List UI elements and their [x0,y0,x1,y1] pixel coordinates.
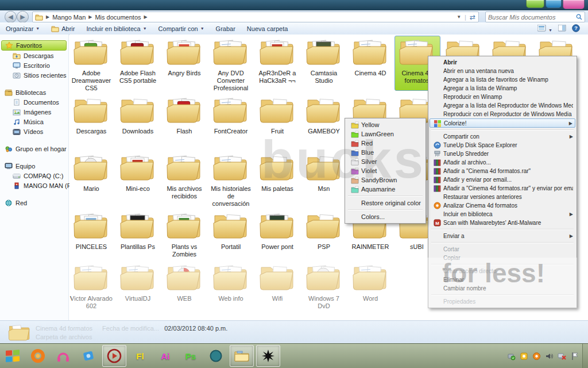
folder-item-mis-paletas[interactable]: Mis paletas [255,152,300,193]
taskbar-button-photoshop[interactable]: Ps [179,346,202,366]
menu-item-crear-acceso-directo[interactable]: Crear acceso directo [430,267,575,275]
folder-item-web[interactable]: WEB [162,262,207,302]
sidebar-item-mango-man-f-[interactable]: MANGO MAN (F:) [0,181,68,190]
sidebar-item-equipo[interactable]: Equipo [0,161,68,171]
menu-item-a-adir-y-enviar-por-email[interactable]: Añadir y enviar por email... [430,175,575,184]
taskbar-button-start[interactable] [1,346,24,366]
menu-item-reproducir-con-el-reproductor-de-windows-media[interactable]: Reproducir con el Reproductor de Windows… [430,110,575,118]
preview-pane-button[interactable] [558,25,566,33]
toolbar-button-grabar[interactable]: Grabar [210,22,241,34]
menu-item-incluir-en-biblioteca[interactable]: Incluir en biblioteca▶ [430,210,575,218]
taskbar-button-illustrator[interactable]: Ai [154,346,177,366]
folder-item-wifi[interactable]: Wifi [255,262,300,302]
show-desktop-button[interactable] [582,344,588,368]
folder-item-mario[interactable]: Mario [69,152,114,193]
toolbar-button-incluir-en-biblioteca[interactable]: Incluir en biblioteca▼ [80,22,152,34]
menu-item-a-adir-a-cinema-4d-formatos-rar-y-enviar-por-email[interactable]: Añadir a "Cinema 4d formatos.rar" y envi… [430,184,575,193]
sidebar-item-red[interactable]: Red [0,198,68,208]
folder-item-pinceles[interactable]: PINCELES [69,210,114,251]
toolbar-button-compartir-con[interactable]: Compartir con▼ [153,22,210,34]
address-bar[interactable]: ▶ Mango Man ▶ Mis documentos ▶ ▼ | ⇄ [32,12,479,22]
sidebar-item-sitios-recientes[interactable]: Sitios recientes [0,70,68,80]
folder-item-downloads[interactable]: Downloads [115,95,160,135]
back-button[interactable]: ◀ [5,11,17,23]
folder-item-victor-alvarado-602[interactable]: Victor Alvarado 602 [69,262,114,310]
taskbar-button-explorer[interactable] [230,345,254,367]
minimize-button[interactable] [526,0,544,8]
sidebar-item-descargas[interactable]: Descargas [0,51,68,60]
breadcrumb-segment-current[interactable]: Mis documentos [95,14,141,21]
menu-item-restaurar-versiones-anteriores[interactable]: Restaurar versiones anteriores [430,193,575,201]
toolbar-button-organizar[interactable]: Organizar▼ [0,22,45,34]
folder-item-msn[interactable]: Msn [301,152,346,193]
sidebar-item-v-deos[interactable]: Vídeos [0,126,68,136]
colorize-option-yellow[interactable]: Yellow [346,120,424,129]
tray-action-center-flag-icon[interactable] [570,352,579,361]
folder-item-mini-eco[interactable]: Mini-eco [115,152,160,193]
tray-tuneup-icon[interactable] [520,352,528,361]
tray-usb-icon[interactable] [507,352,516,361]
tray-avast-icon[interactable] [532,352,541,361]
close-button[interactable] [563,0,585,9]
address-dropdown-icon[interactable]: ▼ [457,14,461,20]
menu-item-abrir[interactable]: Abrir [430,58,575,67]
sidebar-item-grupo-en-el-hogar[interactable]: Grupo en el hogar [0,144,68,154]
taskbar-button-media-player[interactable] [102,345,126,367]
folder-item-virtualdj[interactable]: VirtualDJ [115,262,160,302]
sidebar-item-im-genes[interactable]: Imágenes [0,107,68,117]
folder-item-plantillas-ps[interactable]: Plantillas Ps [115,210,160,251]
folder-item-fruit[interactable]: Fruit [255,95,300,135]
maximize-button[interactable] [546,0,562,8]
views-button[interactable]: ▼ [537,25,552,33]
help-button[interactable]: ? [572,24,580,33]
window-title-bar[interactable] [0,0,588,10]
menu-item-agregar-a-la-lista-de-winamp[interactable]: Agregar a la lista de Winamp [430,84,575,93]
taskbar-button-app-teal[interactable] [204,346,227,366]
menu-item-scan-with-malwarebytes-anti-malware[interactable]: M Scan with Malwarebytes' Anti-Malware [430,218,575,227]
toolbar-button-abrir[interactable]: Abrir [45,22,80,34]
folder-item-portatil[interactable]: Portatil [208,210,253,251]
folder-item-word[interactable]: Word [348,262,393,302]
menu-item-propiedades[interactable]: Propiedades [430,297,575,306]
menu-item-copiar[interactable]: Copiar [430,254,575,262]
folder-item-power-pont[interactable]: Power pont [255,210,300,251]
folder-item-plants-vs-zombies[interactable]: Plants vs Zombies [162,210,207,258]
sidebar-item-bibliotecas[interactable]: Bibliotecas [0,87,68,97]
colorize-option-blue[interactable]: Blue [346,148,424,157]
menu-item-cambiar-nombre[interactable]: Cambiar nombre [430,284,575,293]
menu-item-a-adir-a-cinema-4d-formatos-rar[interactable]: Añadir a "Cinema 4d formatos.rar" [430,167,575,175]
folder-item-cinema-4d[interactable]: Cinema 4D [348,37,393,77]
folder-item-descargas[interactable]: Descargas [69,95,114,135]
taskbar-button-messenger[interactable] [77,346,100,366]
folder-item-psp[interactable]: PSP [301,210,346,251]
menu-item-colorize[interactable]: Colorize!▶ [430,118,575,128]
search-input[interactable] [486,14,576,21]
forward-button[interactable]: ▶ [17,11,29,23]
folder-item-adobe-flash-cs5-portable[interactable]: Fl Adobe Flash CS5 portable [115,37,160,85]
folder-item-any-dvd-converter-professional[interactable]: Any DVD Converter Professional [208,37,253,92]
folder-item-windows-7-dvd[interactable]: Windows 7 DvD [301,262,346,310]
menu-item-compartir-con[interactable]: Compartir con▶ [430,132,575,141]
folder-item-fontcreator[interactable]: FontCreator [208,95,253,135]
taskbar-button-firefox[interactable] [26,346,49,366]
menu-item-cortar[interactable]: Cortar [430,245,575,254]
menu-item-enviar-a[interactable]: Enviar a▶ [430,232,575,240]
menu-item-tuneup-disk-space-explorer[interactable]: TuneUp Disk Space Explorer [430,141,575,150]
colorize-option-violet[interactable]: Violet [346,166,424,175]
sidebar-item-escritorio[interactable]: Escritorio [0,60,68,70]
folder-item-gameboy[interactable]: GAMEBOY [301,95,346,135]
colorize-option-colors[interactable]: Colors... [346,212,424,221]
taskbar-button-winamp-swirl[interactable] [256,345,280,367]
sidebar-item-m-sica[interactable]: Música [0,117,68,126]
menu-item-agregar-a-la-lista-de-favoritos-de-winamp[interactable]: Agregar a la lista de favoritos de Winam… [430,75,575,84]
search-icon[interactable] [576,12,585,22]
taskbar-button-winamp-headphones[interactable] [52,346,75,366]
menu-item-abrir-en-una-ventana-nueva[interactable]: Abrir en una ventana nueva [430,67,575,75]
folder-item-adobe-dreamweaver-cs5[interactable]: Dw Adobe Dreamweaver CS5 [69,37,114,92]
menu-item-tuneup-shredder[interactable]: TuneUp Shredder [430,150,575,158]
folder-item-web-info[interactable]: Web info [208,262,253,302]
breadcrumb-segment-root[interactable]: Mango Man [52,14,86,21]
menu-item-agregar-a-la-lista-del-reproductor-de-windows-media[interactable]: Agregar a la lista del Reproductor de Wi… [430,101,575,110]
folder-item-flash[interactable]: Fl Flash [162,95,207,135]
folder-item-angry-birds[interactable]: Angry Birds [162,37,207,77]
